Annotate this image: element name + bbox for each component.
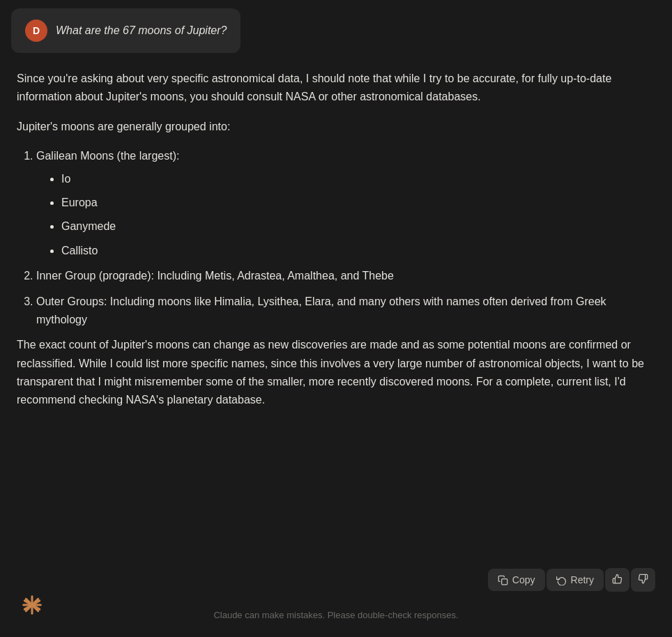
svg-rect-0	[501, 578, 507, 584]
retry-button[interactable]: Retry	[547, 569, 604, 591]
footer-bar: Claude can make mistakes. Please double-…	[0, 600, 672, 637]
footer-disclaimer: Claude can make mistakes. Please double-…	[213, 608, 458, 623]
thumbs-up-icon	[612, 574, 623, 586]
response-container: Since you're asking about very specific …	[0, 53, 672, 562]
moon-io: Io	[61, 170, 655, 188]
response-intro: Since you're asking about very specific …	[17, 70, 655, 107]
action-bar: Copy Retry	[0, 562, 672, 600]
response-text: Since you're asking about very specific …	[17, 70, 655, 421]
user-question-text: What are the 67 moons of Jupiter?	[56, 22, 227, 40]
moon-callisto: Callisto	[61, 242, 655, 260]
thumbs-down-button[interactable]	[631, 568, 655, 592]
galilean-moons-list: Io Europa Ganymede Callisto	[50, 170, 655, 261]
copy-icon	[498, 575, 508, 585]
avatar-letter: D	[33, 23, 40, 38]
moon-ganymede: Ganymede	[61, 217, 655, 236]
response-grouping-intro: Jupiter's moons are generally grouped in…	[17, 118, 655, 136]
response-closing: The exact count of Jupiter's moons can c…	[17, 336, 655, 410]
moon-europa: Europa	[61, 194, 655, 212]
claude-logo	[20, 592, 45, 617]
copy-button[interactable]: Copy	[488, 569, 545, 591]
avatar: D	[25, 20, 47, 42]
groups-list: Galilean Moons (the largest): Io Europa …	[17, 147, 655, 329]
group-galilean: Galilean Moons (the largest): Io Europa …	[36, 147, 655, 260]
thumbs-up-button[interactable]	[605, 568, 629, 592]
group-galilean-title: Galilean Moons (the largest):	[36, 150, 179, 162]
retry-label: Retry	[571, 574, 594, 585]
group-outer: Outer Groups: Including moons like Himal…	[36, 293, 655, 330]
thumbs-down-icon	[638, 574, 648, 586]
user-message: D What are the 67 moons of Jupiter?	[11, 8, 240, 53]
copy-label: Copy	[512, 574, 535, 585]
group-inner: Inner Group (prograde): Including Metis,…	[36, 267, 655, 285]
retry-icon	[556, 575, 567, 585]
